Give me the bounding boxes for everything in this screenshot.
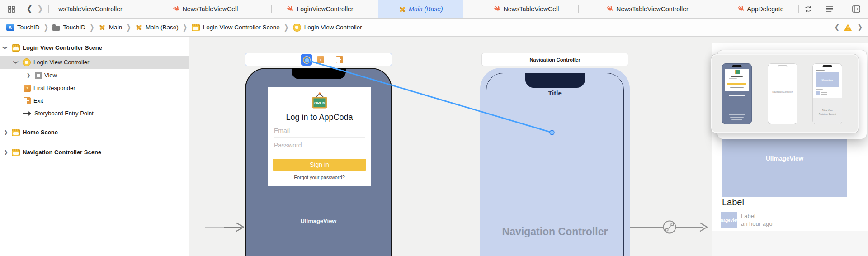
- outline-row-view[interactable]: ❯ View: [0, 69, 189, 82]
- jump-bar: A TouchID ❯ TouchID ❯ Main ❯ Main (Base)…: [0, 19, 868, 37]
- outline-label: Storyboard Entry Point: [34, 110, 94, 117]
- email-field-wrap: [274, 124, 365, 138]
- background-imageview-label[interactable]: UIImageView: [246, 218, 391, 224]
- table-footer-area: [712, 231, 868, 256]
- disclosure-closed-icon[interactable]: ❯: [26, 73, 31, 78]
- swift-file-icon: [286, 5, 294, 13]
- login-title[interactable]: Log in to AppCoda: [268, 113, 371, 122]
- preview-panel[interactable]: Navigation Controller UIImageView Table …: [711, 54, 859, 133]
- sign-in-button[interactable]: Sign in: [273, 159, 366, 171]
- thumbnail-navigation-controller[interactable]: Navigation Controller: [768, 63, 797, 124]
- mini-imageview: UIImageView: [816, 72, 839, 87]
- mini-open-sign: [735, 70, 740, 74]
- jumpbar-item-storyboard-base[interactable]: Main (Base): [135, 24, 179, 31]
- login-card[interactable]: OPEN Log in to AppCoda Sign in Forgot yo…: [268, 87, 371, 186]
- mini-text-bar: [729, 81, 739, 81]
- thumbnail-login-scene[interactable]: [722, 63, 752, 124]
- uiimageview-placeholder[interactable]: UIImageView: [722, 138, 847, 197]
- disclosure-closed-icon[interactable]: ❯: [4, 150, 8, 155]
- tab-newstableviewcontroller-truncated[interactable]: wsTableViewController: [45, 0, 136, 18]
- forgot-password-link[interactable]: Forgot your password?: [268, 175, 371, 180]
- jumpbar-item-storyboard[interactable]: Main: [99, 24, 122, 31]
- dock-view-controller-icon-selected[interactable]: [301, 54, 312, 66]
- editor-options-icon[interactable]: [826, 5, 834, 13]
- issue-prev-button[interactable]: ❮: [834, 23, 840, 31]
- outline-label: Login View Controller Scene: [23, 44, 102, 51]
- uiimageview-label: UIImageView: [722, 155, 847, 162]
- mini-footer-bar: [731, 119, 742, 120]
- dock-first-responder-icon[interactable]: 1: [317, 56, 324, 63]
- tab-appdelegate[interactable]: AppDelegate: [723, 0, 797, 18]
- jumpbar-item-group[interactable]: TouchID: [52, 24, 85, 31]
- separator: [146, 5, 146, 13]
- mini-prototype-label: Prototype Content: [819, 113, 836, 115]
- login-view-controller-scene[interactable]: OPEN Log in to AppCoda Sign in Forgot yo…: [245, 68, 392, 256]
- add-editor-icon[interactable]: [852, 5, 860, 13]
- back-button[interactable]: ❮: [26, 5, 33, 13]
- mini-text-bar: [816, 70, 825, 71]
- jumpbar-label: Main (Base): [146, 24, 179, 31]
- forward-button[interactable]: ❯: [37, 5, 43, 13]
- mini-login-card: [725, 69, 749, 91]
- cell-title-label[interactable]: Label: [741, 213, 755, 219]
- login-scene-dock: 1: [245, 53, 392, 66]
- open-sign-text: OPEN: [314, 101, 325, 105]
- cell-imageview-label: ImageView: [721, 218, 737, 223]
- disclosure-open-icon[interactable]: ❯: [4, 46, 8, 50]
- tab-newstableviewcell-2[interactable]: NewsTableViewCell: [481, 0, 571, 18]
- mini-tableview-label: Table View: [822, 109, 832, 112]
- outline-row-entry-point[interactable]: Storyboard Entry Point: [0, 107, 189, 120]
- disclosure-open-icon[interactable]: ❯: [14, 60, 19, 65]
- breadcrumb-chevron-icon: ❯: [284, 23, 289, 32]
- view-controller-icon: [23, 58, 31, 66]
- outline-row-navigation-controller-scene[interactable]: ❯ Navigation Controller Scene: [0, 146, 189, 159]
- outline-row-login-scene[interactable]: ❯ Login View Controller Scene: [0, 41, 189, 54]
- label-element[interactable]: Label: [722, 197, 744, 208]
- swift-file-icon: [736, 5, 745, 13]
- entry-point-arrow: [205, 223, 244, 231]
- cell-subtitle-label[interactable]: an hour ago: [741, 220, 772, 227]
- first-responder-icon: 1: [24, 85, 31, 92]
- mini-cell-image: [816, 91, 820, 95]
- mini-text-bar: [729, 78, 737, 79]
- jumpbar-item-view-controller[interactable]: Login View Controller: [293, 24, 362, 32]
- swift-file-icon: [493, 5, 501, 13]
- view-icon: [35, 72, 42, 79]
- jumpbar-item-project[interactable]: A TouchID: [6, 24, 40, 31]
- disclosure-closed-icon[interactable]: ❯: [4, 130, 8, 135]
- segue-connection: [630, 221, 707, 233]
- password-field[interactable]: [274, 138, 365, 152]
- outline-label: Navigation Controller Scene: [23, 149, 101, 156]
- navigation-scene-dock[interactable]: Navigation Controller: [481, 53, 628, 66]
- swap-editor-icon[interactable]: [804, 5, 812, 13]
- dock-exit-icon[interactable]: [336, 56, 343, 63]
- jumpbar-label: Main: [109, 24, 122, 31]
- outline-row-home-scene[interactable]: ❯ Home Scene: [0, 126, 189, 139]
- tab-newstableviewcell-1[interactable]: NewsTableViewCell: [157, 0, 252, 18]
- tab-main-base-selected[interactable]: Main (Base): [378, 0, 463, 18]
- outline-row-exit[interactable]: Exit: [0, 94, 189, 107]
- tab-label: Main (Base): [409, 5, 443, 13]
- tab-newstableviewcontroller[interactable]: NewsTableViewController: [588, 0, 706, 18]
- open-sign-icon: OPEN: [310, 91, 330, 109]
- mini-text-bar: [821, 92, 827, 93]
- thumbnail-home-scene[interactable]: UIImageView Table View Prototype Content: [812, 63, 842, 124]
- warning-icon[interactable]: [844, 24, 852, 31]
- tab-loginviewcontroller[interactable]: LoginViewController: [270, 0, 369, 18]
- xcode-window: ❮ ❯ wsTableViewController NewsTableViewC…: [0, 0, 868, 256]
- email-field[interactable]: [274, 124, 365, 137]
- storyboard-file-icon: [399, 5, 406, 13]
- issue-next-button[interactable]: ❯: [857, 23, 863, 31]
- jumpbar-item-scene[interactable]: Login View Controller Scene: [192, 24, 280, 31]
- folder-icon: [52, 26, 60, 31]
- outline-divider: [8, 142, 189, 142]
- navigation-bar-title[interactable]: Title: [480, 89, 630, 97]
- outline-row-first-responder[interactable]: 1 First Responder: [0, 81, 189, 95]
- navigation-controller-scene[interactable]: Title Navigation Controller: [480, 68, 630, 256]
- jumpbar-label: Login View Controller Scene: [203, 24, 280, 31]
- tab-label: wsTableViewController: [58, 5, 122, 13]
- tab-overview-icon[interactable]: [7, 5, 15, 13]
- cell-imageview[interactable]: ImageView: [721, 212, 737, 228]
- jumpbar-label: Login View Controller: [304, 24, 362, 31]
- outline-row-login-view-controller-selected[interactable]: ❯ Login View Controller: [0, 56, 189, 69]
